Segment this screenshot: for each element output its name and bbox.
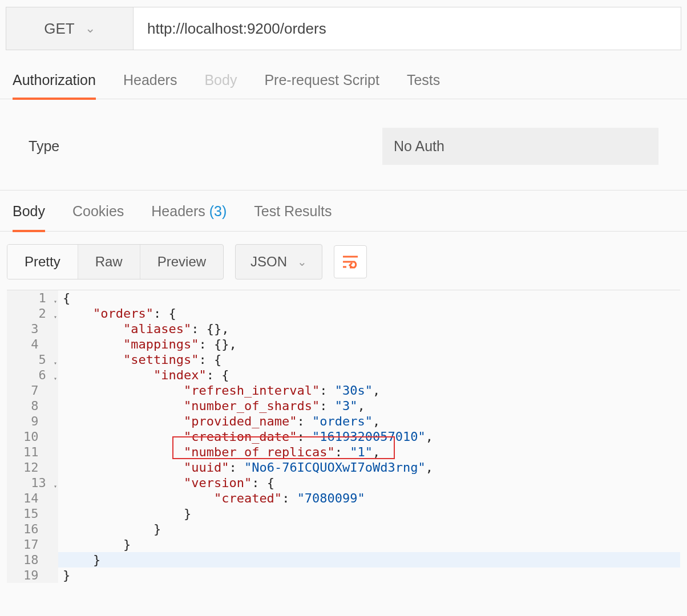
format-label: JSON: [250, 254, 287, 270]
tab-authorization[interactable]: Authorization: [13, 64, 96, 100]
response-tab-body[interactable]: Body: [13, 191, 45, 232]
response-body[interactable]: 1 ▾{ 2 ▾ "orders": { 3 "aliases": {}, 4 …: [7, 290, 680, 583]
http-method-label: GET: [44, 20, 74, 38]
response-headers-label: Headers: [151, 203, 205, 219]
wrap-icon: [342, 254, 359, 269]
json-key: "refresh_interval": [184, 383, 320, 398]
json-value: "30s": [335, 383, 373, 398]
view-pretty[interactable]: Pretty: [7, 245, 78, 279]
view-raw[interactable]: Raw: [78, 245, 140, 279]
json-key: "aliases": [123, 322, 191, 336]
json-value: "orders": [312, 414, 373, 428]
json-value: "No6-76ICQUOXwI7oWd3rng": [244, 460, 426, 475]
json-key: "creation_date": [184, 429, 297, 444]
json-key: "number_of_replicas": [184, 445, 335, 459]
json-key: "version": [184, 476, 252, 490]
tab-body[interactable]: Body: [204, 64, 237, 99]
auth-type-select[interactable]: No Auth: [382, 128, 658, 165]
format-select[interactable]: JSON ⌄: [235, 244, 322, 279]
wrap-lines-button[interactable]: [334, 245, 367, 278]
http-method-select[interactable]: GET ⌄: [6, 7, 134, 50]
json-value: "1": [350, 445, 373, 459]
view-preview[interactable]: Preview: [140, 245, 223, 279]
json-value: "3": [335, 399, 358, 413]
url-input[interactable]: [134, 7, 681, 50]
response-tab-cookies[interactable]: Cookies: [72, 191, 124, 231]
json-key: "settings": [123, 352, 199, 367]
view-mode-group: Pretty Raw Preview: [7, 244, 224, 279]
response-headers-count: (3): [209, 203, 227, 219]
response-tab-headers[interactable]: Headers (3): [151, 191, 227, 231]
json-key: "uuid": [184, 460, 229, 475]
auth-type-label: Type: [29, 138, 382, 155]
tab-tests[interactable]: Tests: [407, 64, 440, 99]
json-key: "created": [214, 491, 282, 505]
response-tab-test-results[interactable]: Test Results: [254, 191, 332, 231]
chevron-down-icon: ⌄: [85, 21, 95, 36]
json-value: "1619320057010": [312, 429, 426, 444]
chevron-down-icon: ⌄: [297, 255, 307, 269]
json-key: "mappings": [123, 337, 199, 351]
tab-prerequest[interactable]: Pre-request Script: [264, 64, 379, 99]
json-key: "number_of_shards": [184, 399, 320, 413]
json-key: "index": [153, 368, 207, 382]
json-key: "provided_name": [184, 414, 297, 428]
tab-headers[interactable]: Headers: [123, 64, 177, 99]
json-key: "orders": [93, 306, 153, 321]
json-value: "7080099": [297, 491, 365, 505]
